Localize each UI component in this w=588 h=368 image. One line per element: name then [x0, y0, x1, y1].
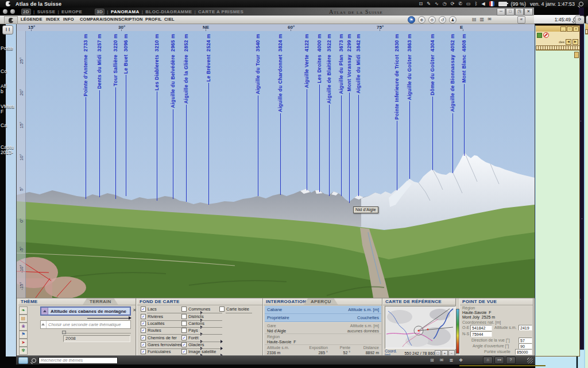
- screen-expand-button[interactable]: ➚: [586, 16, 588, 24]
- tab-apercu[interactable]: APERÇU: [304, 298, 338, 305]
- tourism-theme-icon[interactable]: ⚑: [19, 331, 28, 339]
- theme-search-input[interactable]: [38, 357, 118, 364]
- vp-direction-field[interactable]: [519, 338, 532, 343]
- minimize-button[interactable]: ─: [497, 8, 505, 16]
- screen-rotate-button[interactable]: ⟳: [575, 16, 585, 24]
- layer-checkbox[interactable]: ✓: [141, 321, 146, 326]
- vmware-icon[interactable]: [489, 1, 494, 6]
- minimize-icon[interactable]: _: [560, 26, 566, 32]
- prev-arrow-icon[interactable]: ◀: [566, 39, 571, 45]
- desktop-icon-label[interactable]: Aff b: [1, 84, 18, 94]
- cards-view-icon[interactable]: ▤: [472, 17, 477, 22]
- resize-grip[interactable]: [527, 358, 533, 363]
- flora-theme-icon[interactable]: ❀: [19, 323, 28, 331]
- bluetooth-icon[interactable]: ᛒ: [475, 1, 478, 6]
- vp-oe-field[interactable]: [470, 325, 492, 331]
- desktop-icon-label[interactable]: VMwa F: [1, 104, 18, 114]
- apple-menu-icon[interactable]: [6, 1, 10, 6]
- theme-spinner[interactable]: [41, 308, 48, 315]
- phone-icon[interactable]: ✆: [458, 1, 462, 6]
- tool-icon[interactable]: [537, 33, 542, 38]
- layer-checkbox[interactable]: [181, 306, 187, 312]
- guest-apple-menu[interactable]: [4, 16, 18, 24]
- desktop-icon-label[interactable]: Captu 2013-: [1, 145, 18, 155]
- folder-icon[interactable]: ⊞: [430, 358, 434, 363]
- pause-button[interactable]: ❙❙: [2, 25, 13, 34]
- layer-checkbox[interactable]: ✓: [141, 349, 146, 354]
- observer-button[interactable]: ♟: [449, 16, 457, 24]
- secondary-theme-select[interactable]: Choisir une seconde carte thématique: [40, 320, 131, 329]
- layer-checkbox[interactable]: [181, 321, 187, 326]
- menubar-clock[interactable]: ven. 4 janv. 1:47:53: [530, 1, 575, 7]
- remove-theme-button[interactable]: ✕: [133, 308, 137, 313]
- reference-map[interactable]: [385, 306, 456, 349]
- menu-profil[interactable]: PROFIL: [145, 17, 162, 22]
- spaces-icon[interactable]: ⊡: [419, 1, 423, 6]
- layer-checkbox[interactable]: ✓: [181, 349, 187, 354]
- mode-tab-carte-a-prismes[interactable]: CARTE A PRISMES: [198, 9, 243, 14]
- link-button[interactable]: ⊶: [494, 356, 504, 364]
- layer-checkbox[interactable]: ✓: [141, 328, 146, 333]
- vp-range-field[interactable]: [515, 349, 532, 355]
- host-app-title[interactable]: Atlas de la Suisse: [16, 1, 61, 7]
- menu-inscription[interactable]: INSCRIPTION: [114, 17, 143, 22]
- secondary-theme-spinner[interactable]: [41, 321, 47, 328]
- desktop-icon-label[interactable]: Poste: [1, 46, 18, 51]
- fauna-theme-icon[interactable]: ❧: [19, 306, 28, 315]
- collapse-toolbar-button[interactable]: «: [517, 16, 525, 24]
- layer-checkbox[interactable]: ✓: [181, 342, 187, 347]
- pan-tool-button[interactable]: ⚑: [408, 16, 415, 24]
- layer-checkbox[interactable]: ✓: [181, 335, 187, 340]
- window-dot-icon[interactable]: [3, 9, 7, 14]
- document-icon[interactable]: ≣: [449, 358, 453, 363]
- desktop-icon-label[interactable]: Ca: [1, 123, 18, 128]
- vp-ns-field[interactable]: [470, 331, 492, 337]
- agriculture-theme-icon[interactable]: ✾: [19, 347, 28, 355]
- menu-légende[interactable]: LÉGENDE: [21, 17, 42, 22]
- split-view-icon[interactable]: ▥: [480, 17, 485, 22]
- maximize-button[interactable]: ◳: [515, 8, 524, 16]
- script-icon[interactable]: ∿: [435, 1, 439, 6]
- ink-icon[interactable]: ✎: [427, 1, 431, 6]
- background-window[interactable]: [584, 23, 588, 368]
- app-mini-icon[interactable]: [18, 357, 28, 364]
- year-field[interactable]: [63, 335, 130, 342]
- layer-checkbox[interactable]: [219, 306, 225, 312]
- layer-checkbox[interactable]: [181, 314, 187, 319]
- layer-opacity-slider[interactable]: [226, 313, 252, 313]
- window-dot-icon[interactable]: [10, 9, 15, 14]
- desktop-icon-label[interactable]: Co: [1, 69, 18, 74]
- volume-icon[interactable]: ◀: [481, 1, 485, 6]
- maximize-icon[interactable]: □: [567, 26, 572, 32]
- next-arrow-icon[interactable]: ▶: [572, 39, 578, 45]
- feedback-icon[interactable]: ✉: [440, 358, 444, 363]
- menu-index[interactable]: INDEX: [46, 17, 60, 22]
- menu-comparaison[interactable]: COMPARAISON: [80, 17, 114, 22]
- tab-theme[interactable]: THÈME: [21, 299, 38, 304]
- help-button[interactable]: ?: [506, 356, 516, 364]
- tab-interrogation[interactable]: INTERROGATION: [266, 299, 306, 304]
- mode-tab-2d[interactable]: 2D: [21, 9, 31, 15]
- economy-theme-icon[interactable]: ▤: [19, 315, 28, 323]
- menu-info[interactable]: INFO: [63, 17, 74, 22]
- menu-ciel[interactable]: CIEL: [164, 17, 175, 22]
- layer-checkbox[interactable]: ✓: [141, 342, 146, 347]
- mail-icon[interactable]: ✉: [488, 17, 492, 22]
- mode-tab-3d[interactable]: 3D: [95, 9, 105, 15]
- mode-tab-europe[interactable]: EUROPE: [61, 9, 82, 14]
- year-slider-handle[interactable]: [62, 331, 66, 334]
- sync-icon[interactable]: ⟳: [451, 1, 455, 6]
- close-icon[interactable]: ✕: [573, 26, 579, 32]
- spotlight-icon[interactable]: [579, 2, 583, 6]
- fishing-theme-icon[interactable]: ➤: [19, 339, 28, 347]
- vp-alt-field[interactable]: [519, 325, 532, 331]
- background-window[interactable]: _ □ ✕ des ◀ ▶: [534, 25, 580, 356]
- layer-checkbox[interactable]: ✓: [141, 335, 146, 340]
- primary-theme-select[interactable]: Altitude des cabanes de montagne: [40, 306, 131, 316]
- stop-icon[interactable]: [543, 32, 549, 38]
- tab-terrain[interactable]: TERRAIN: [83, 298, 118, 305]
- year-slider-track[interactable]: [63, 333, 131, 334]
- home-button[interactable]: ⌂: [483, 356, 493, 364]
- mode-tab-panorama[interactable]: PANORAMA: [111, 9, 140, 14]
- vp-angle-field[interactable]: [519, 343, 532, 349]
